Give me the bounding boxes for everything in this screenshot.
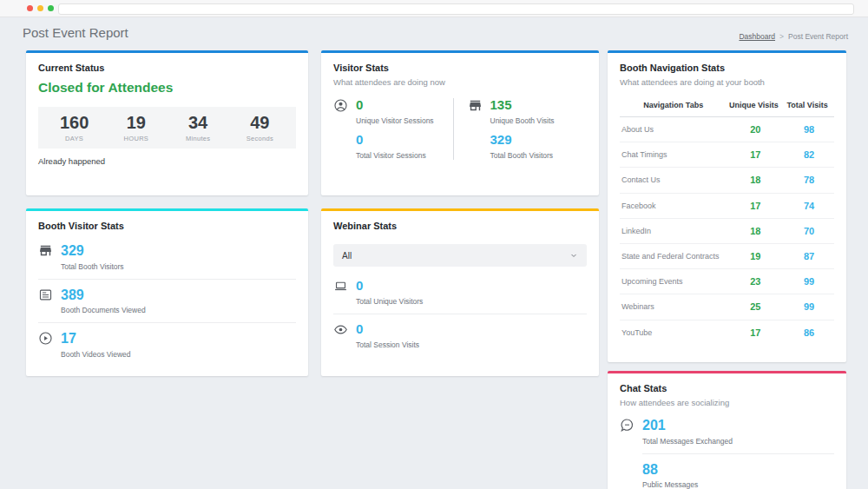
stat-label: Total Unique Visitors	[356, 297, 587, 306]
storefront-icon	[468, 98, 483, 113]
column-header-total-visits: Total Visits	[780, 101, 834, 109]
stat-label: Booth Documents Viewed	[61, 306, 296, 314]
traffic-light-close-button[interactable]	[27, 5, 33, 11]
app-window: Post Event Report Dashboard > Post Event…	[0, 0, 868, 489]
stat-label: Unique Booth Visits	[490, 116, 588, 125]
divider	[38, 322, 296, 323]
webinar-stats-card: Webinar Stats All 0 Total Unique Vi	[321, 208, 599, 376]
countdown-hours: 19 HOURS	[105, 114, 167, 142]
table-row: State and Federal Contracts 19 87	[620, 244, 834, 269]
table-row: Chat Timings 17 82	[620, 142, 834, 168]
divider	[642, 453, 834, 454]
table-body: About Us 20 98 Chat Timings 17 82 Contac…	[620, 117, 834, 345]
status-note: Already happened	[38, 156, 296, 166]
stat-label: Total Session Visits	[356, 340, 587, 349]
stat-value: 201	[642, 418, 666, 433]
stat-value: 17	[61, 331, 76, 347]
navigation-stats-table: Navigation Tabs Unique Visits Total Visi…	[620, 97, 834, 345]
card-subtitle: How attendees are socializing	[620, 398, 834, 407]
column-header-unique-visits: Unique Visits	[727, 101, 781, 109]
chat-stats-card: Chat Stats How attendees are socializing…	[608, 371, 846, 489]
stat-label: Unique Visitor Sessions	[356, 116, 453, 125]
stat-value: 88	[642, 462, 658, 478]
public-messages-stat: 88 Public Messages	[620, 462, 834, 489]
breadcrumb-dashboard-link[interactable]: Dashboard	[739, 32, 775, 41]
laptop-icon	[333, 279, 348, 294]
browser-chrome	[0, 0, 868, 17]
visitor-stats-columns: 0 Unique Visitor Sessions 0 Total Visito…	[333, 98, 587, 160]
breadcrumb: Dashboard > Post Event Report	[739, 32, 848, 41]
chat-bubble-icon	[620, 418, 635, 433]
divider	[38, 279, 296, 280]
stat-value: 0	[356, 133, 363, 148]
table-row: LinkedIn 18 70	[620, 219, 834, 244]
table-row: Upcoming Events 23 99	[620, 269, 834, 294]
card-title: Booth Navigation Stats	[620, 63, 834, 73]
table-row: Facebook 17 74	[620, 194, 834, 219]
stat-value: 0	[356, 279, 363, 294]
person-circle-icon	[333, 98, 348, 113]
card-title: Chat Stats	[620, 383, 834, 393]
stat-label: Total Booth Visitors	[490, 151, 588, 160]
booth-navigation-stats-card: Booth Navigation Stats What attendees ar…	[608, 50, 846, 362]
stat-value: 135	[490, 98, 512, 113]
stat-value: 329	[61, 243, 84, 259]
card-title: Webinar Stats	[333, 221, 587, 231]
card-subtitle: What attendees are doing now	[333, 77, 587, 87]
card-subtitle: What attendees are doing at your booth	[620, 77, 834, 87]
visitor-sessions-column: 0 Unique Visitor Sessions 0 Total Visito…	[333, 98, 453, 160]
booth-documents-viewed-stat: 389 Booth Documents Viewed	[38, 287, 296, 315]
visitor-stats-card: Visitor Stats What attendees are doing n…	[321, 50, 599, 195]
total-unique-visitors-stat: 0 Total Unique Visitors	[333, 279, 587, 306]
storefront-icon	[38, 243, 53, 258]
stat-value: 0	[356, 98, 363, 113]
window-controls	[27, 5, 54, 11]
chevron-down-icon	[569, 251, 578, 260]
total-messages-exchanged-stat: 201 Total Messages Exchanged	[620, 418, 834, 446]
event-status-text: Closed for Attendees	[38, 80, 296, 96]
eye-icon	[333, 322, 348, 337]
table-row: About Us 20 98	[620, 117, 834, 142]
countdown-days: 160 DAYS	[43, 114, 105, 142]
total-booth-visitors-stat: 329 Total Booth Visitors	[38, 243, 296, 271]
stat-list: 201 Total Messages Exchanged 88 Public M…	[620, 418, 834, 489]
stat-list: 329 Total Booth Visitors 389 Booth Docum…	[38, 243, 296, 359]
stat-value: 0	[356, 322, 363, 337]
current-status-card: Current Status Closed for Attendees 160 …	[26, 50, 308, 195]
divider	[333, 314, 587, 314]
stat-value: 389	[61, 287, 84, 303]
table-row: Webinars 25 99	[620, 294, 834, 320]
booth-visitor-stats-card: Booth Visitor Stats 329 Total Booth Visi…	[26, 208, 308, 376]
traffic-light-zoom-button[interactable]	[48, 5, 54, 11]
traffic-light-minimize-button[interactable]	[37, 5, 43, 11]
browser-address-bar[interactable]	[58, 3, 854, 15]
card-title: Current Status	[38, 63, 296, 73]
table-row: YouTube 17 86	[620, 320, 834, 345]
stat-label: Total Messages Exchanged	[642, 437, 834, 446]
stat-list: 0 Total Unique Visitors 0 Total Session …	[333, 279, 587, 349]
total-visitor-sessions-stat: 0 Total Visitor Sessions	[333, 133, 453, 160]
column-header-navigation-tabs: Navigation Tabs	[620, 101, 727, 109]
unique-visitor-sessions-stat: 0 Unique Visitor Sessions	[333, 98, 453, 125]
documents-icon	[38, 287, 53, 302]
countdown-minutes: 34 Minutes	[168, 114, 229, 142]
total-booth-visitors-stat: 329 Total Booth Visitors	[468, 133, 588, 160]
breadcrumb-current: Post Event Report	[788, 32, 848, 41]
stat-value: 329	[490, 133, 512, 148]
dropdown-selected-value: All	[342, 251, 352, 261]
stat-label: Booth Videos Viewed	[61, 350, 296, 359]
play-circle-icon	[38, 331, 53, 346]
card-title: Booth Visitor Stats	[38, 221, 296, 231]
card-title: Visitor Stats	[333, 63, 587, 73]
stat-label: Total Visitor Sessions	[356, 151, 453, 160]
table-header-row: Navigation Tabs Unique Visits Total Visi…	[620, 97, 834, 117]
webinar-filter-dropdown[interactable]: All	[333, 244, 587, 267]
table-row: Contact Us 18 78	[620, 168, 834, 193]
countdown: 160 DAYS 19 HOURS 34 Minutes 49 Seconds	[38, 107, 296, 149]
breadcrumb-separator: >	[779, 32, 784, 41]
booth-visits-column: 135 Unique Booth Visits 329 Total Booth …	[453, 98, 588, 160]
page-title: Post Event Report	[23, 25, 128, 40]
unique-booth-visits-stat: 135 Unique Booth Visits	[468, 98, 588, 125]
booth-videos-viewed-stat: 17 Booth Videos Viewed	[38, 331, 296, 359]
total-session-visits-stat: 0 Total Session Visits	[333, 322, 587, 349]
